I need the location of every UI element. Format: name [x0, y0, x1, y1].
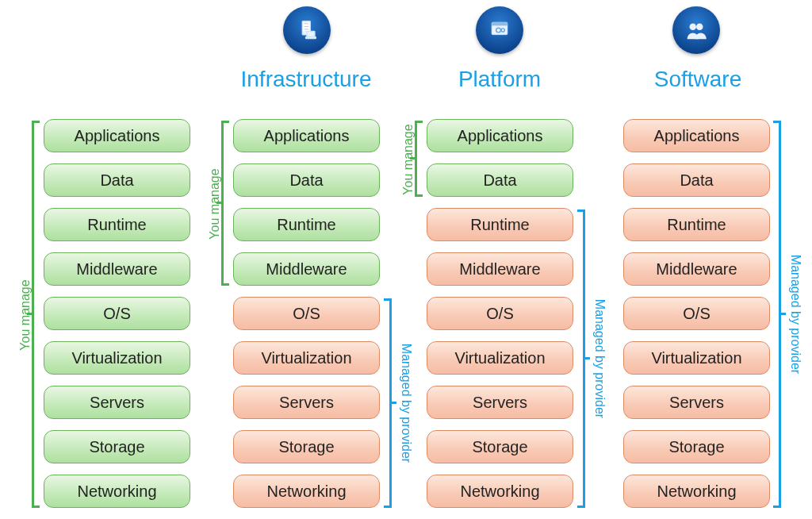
layer-cell: Runtime: [623, 208, 770, 241]
bracket-you-onprem: [32, 121, 40, 508]
layer-cell: Runtime: [233, 208, 380, 241]
layer-cell: O/S: [233, 297, 380, 330]
layer-cell: Servers: [233, 386, 380, 419]
bracket-you-iaas: [221, 121, 229, 286]
svg-rect-1: [304, 23, 309, 25]
svg-rect-3: [304, 29, 309, 30]
layer-cell: Middleware: [44, 252, 190, 286]
col-title-saas: Software: [611, 67, 785, 92]
bracket-tick: [781, 313, 786, 315]
bracket-provider-saas: [773, 121, 781, 508]
layer-cell: Applications: [44, 119, 190, 152]
layer-cell: Storage: [233, 430, 380, 463]
label-provider: Managed by provider: [788, 251, 802, 378]
people-icon: [672, 6, 720, 54]
label-you-manage: You manage: [401, 120, 416, 199]
layer-cell: Data: [233, 163, 380, 197]
layer-cell: Storage: [623, 430, 770, 463]
svg-rect-7: [492, 22, 508, 25]
label-provider: Managed by provider: [399, 340, 413, 467]
col-title-iaas: Infrastructure: [219, 67, 393, 92]
layer-cell: O/S: [427, 297, 573, 330]
bracket-you-paas: [415, 121, 423, 197]
layer-cell: O/S: [44, 297, 190, 330]
layer-cell: Virtualization: [44, 341, 190, 375]
layer-cell: Applications: [427, 119, 573, 152]
layer-cell: Storage: [427, 430, 573, 463]
layer-cell: Virtualization: [233, 341, 380, 375]
col-title-paas: Platform: [412, 67, 587, 92]
layer-cell: Servers: [44, 386, 190, 419]
server-icon: [283, 6, 331, 54]
layer-cell: Servers: [623, 386, 770, 419]
layer-cell: Servers: [427, 386, 573, 419]
layer-cell: Data: [427, 163, 573, 197]
svg-point-10: [690, 24, 697, 31]
layer-cell: Data: [623, 163, 770, 197]
bracket-tick: [392, 402, 396, 404]
platform-icon: [476, 6, 523, 54]
svg-point-11: [696, 24, 703, 31]
svg-rect-4: [307, 31, 315, 37]
label-you-manage: You manage: [18, 275, 33, 355]
bracket-tick: [585, 357, 590, 359]
layer-cell: Applications: [233, 119, 380, 152]
layer-cell: O/S: [623, 297, 770, 330]
svg-rect-5: [306, 37, 316, 39]
layer-cell: Runtime: [44, 208, 190, 241]
bracket-provider-paas: [577, 210, 585, 508]
layer-cell: Networking: [427, 475, 573, 508]
label-you-manage: You manage: [208, 164, 222, 244]
layer-cell: Middleware: [623, 252, 770, 286]
layer-cell: Applications: [623, 119, 770, 152]
svg-rect-2: [304, 25, 309, 27]
layer-cell: Data: [44, 163, 190, 197]
layer-cell: Middleware: [233, 252, 380, 286]
layer-cell: Virtualization: [623, 341, 770, 375]
layer-cell: Middleware: [427, 252, 573, 286]
bracket-provider-iaas: [384, 298, 392, 508]
layer-cell: Storage: [44, 430, 190, 463]
layer-cell: Networking: [44, 475, 190, 508]
label-provider: Managed by provider: [592, 295, 607, 422]
layer-cell: Virtualization: [427, 341, 573, 375]
layer-cell: Runtime: [427, 208, 573, 241]
layer-cell: Networking: [623, 475, 770, 508]
layer-cell: Networking: [233, 475, 380, 508]
